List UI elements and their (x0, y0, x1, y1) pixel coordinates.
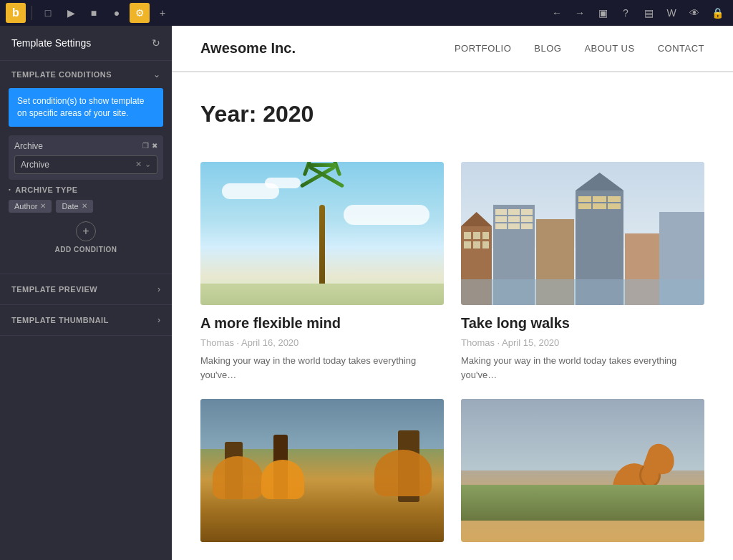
w (593, 203, 606, 209)
add-condition-button[interactable]: + ADD CONDITION (9, 213, 163, 262)
template-thumbnail-arrow-icon: › (157, 315, 160, 325)
save-icon[interactable]: ■ (84, 3, 104, 23)
site-logo: Awesome Inc. (200, 40, 296, 57)
template-preview-label: TEMPLATE PREVIEW (11, 285, 97, 294)
file-icon[interactable]: □ (38, 3, 58, 23)
condition-row: Archive ❐ ✖ Archive ✕ ⌄ (9, 135, 163, 180)
palm-ground (200, 284, 444, 305)
template-preview-item[interactable]: TEMPLATE PREVIEW › (0, 274, 172, 305)
w (521, 216, 533, 222)
blog-card-2-image (461, 162, 704, 305)
blog-card-4 (461, 399, 704, 552)
w (495, 209, 507, 215)
clock-icon[interactable]: ● (107, 3, 127, 23)
nav-about-us[interactable]: ABOUT US (584, 43, 634, 54)
eye-icon[interactable]: 👁 (684, 3, 704, 23)
select-clear-icon[interactable]: ✕ (135, 160, 142, 169)
archive-tag-author-label: Author (14, 202, 37, 211)
blog-card-2: Take long walks Thomas · April 15, 2020 … (461, 162, 704, 382)
copy-icon[interactable]: ❐ (142, 142, 149, 150)
site-preview: Awesome Inc. PORTFOLIO BLOG ABOUT US CON… (172, 26, 733, 560)
blog-card-1-date: April 16, 2020 (241, 337, 298, 348)
desktop-icon[interactable]: ▣ (593, 3, 613, 23)
tree-foliage-2 (261, 460, 304, 499)
blog-card-1-author: Thomas (200, 337, 234, 348)
page-content: Year: 2020 (172, 72, 733, 162)
add-condition-circle-icon: + (76, 221, 96, 241)
animal-image (461, 399, 704, 542)
archive-tag-date[interactable]: Date ✕ (56, 200, 92, 213)
buildings-image (461, 162, 704, 305)
blog-card-1: A more flexible mind Thomas · April 16, … (200, 162, 444, 382)
gear-icon[interactable]: ⚙ (130, 3, 150, 23)
condition-select-value: Archive (21, 160, 135, 170)
condition-label: Archive (14, 141, 43, 151)
blog-card-2-author: Thomas (461, 337, 495, 348)
toolbar-right: ← → ▣ ? ▤ W 👁 🔒 (547, 3, 727, 23)
blog-grid: A more flexible mind Thomas · April 16, … (172, 162, 733, 560)
archive-tag-date-label: Date (62, 202, 78, 211)
archive-tag-author[interactable]: Author ✕ (9, 200, 52, 213)
play-icon[interactable]: ▶ (61, 3, 81, 23)
chevron-down-icon: ⌄ (153, 69, 160, 79)
blog-card-4-image (461, 399, 704, 542)
nav-contact[interactable]: CONTACT (658, 43, 704, 54)
wordpress-icon[interactable]: W (661, 3, 681, 23)
cloud-3 (344, 205, 429, 225)
w (521, 209, 533, 215)
palm-image (200, 162, 444, 305)
blog-card-1-meta: Thomas · April 16, 2020 (200, 337, 444, 348)
w (508, 223, 520, 229)
nav-blog[interactable]: BLOG (534, 43, 561, 54)
w (578, 196, 591, 202)
condition-info-box: Set condition(s) to show template on spe… (9, 88, 163, 127)
blog-card-2-date: April 15, 2020 (502, 337, 559, 348)
blog-card-3-image (200, 399, 444, 542)
tree-foliage-3 (374, 450, 432, 496)
folder-icon[interactable]: ▤ (639, 3, 659, 23)
animal-ground (461, 485, 704, 521)
add-icon[interactable]: + (152, 3, 173, 23)
main-content: Awesome Inc. PORTFOLIO BLOG ABOUT US CON… (172, 26, 733, 560)
refresh-icon[interactable]: ↻ (152, 37, 160, 49)
nav-portfolio[interactable]: PORTFOLIO (455, 43, 511, 54)
template-conditions-header[interactable]: TEMPLATE CONDITIONS ⌄ (0, 61, 172, 88)
w (495, 223, 507, 229)
toolbar-separator (31, 6, 32, 20)
help-icon[interactable]: ? (616, 3, 636, 23)
brand-icon[interactable]: b (6, 3, 26, 23)
blog-card-1-title: A more flexible mind (200, 315, 444, 332)
w (464, 232, 471, 239)
forward-icon[interactable]: → (570, 3, 590, 23)
sidebar-header: Template Settings ↻ (0, 26, 172, 61)
windows-2 (493, 205, 535, 233)
back-icon[interactable]: ← (547, 3, 567, 23)
leaf-5 (308, 163, 336, 167)
w (482, 241, 490, 248)
w (508, 216, 520, 222)
w (473, 232, 480, 239)
remove-author-tag-icon[interactable]: ✕ (40, 202, 46, 210)
blog-card-2-meta: Thomas · April 15, 2020 (461, 337, 704, 348)
blog-card-1-excerpt: Making your way in the world today takes… (200, 354, 444, 382)
w (482, 232, 490, 239)
select-chevron-icon[interactable]: ⌄ (145, 160, 151, 169)
template-thumbnail-item[interactable]: TEMPLATE THUMBNAIL › (0, 305, 172, 336)
remove-date-tag-icon[interactable]: ✕ (82, 202, 87, 210)
w (578, 203, 591, 209)
delete-icon[interactable]: ✖ (152, 142, 157, 150)
condition-label-row: Archive ❐ ✖ (14, 141, 157, 151)
template-conditions-content: Set condition(s) to show template on spe… (0, 88, 172, 274)
archive-type-label: Archive Type (9, 185, 163, 194)
sidebar: Template Settings ↻ TEMPLATE CONDITIONS … (0, 26, 172, 560)
condition-select[interactable]: Archive ✕ ⌄ (14, 155, 157, 174)
blog-card-2-title: Take long walks (461, 315, 704, 332)
condition-icons: ❐ ✖ (142, 142, 157, 150)
lock-icon[interactable]: 🔒 (707, 3, 727, 23)
sidebar-title: Template Settings (11, 37, 91, 49)
autumn-image (200, 399, 444, 542)
w (473, 241, 480, 248)
tree-foliage-1 (213, 456, 263, 499)
page-title: Year: 2020 (200, 101, 704, 127)
template-conditions-section: TEMPLATE CONDITIONS ⌄ Set condition(s) t… (0, 61, 172, 274)
